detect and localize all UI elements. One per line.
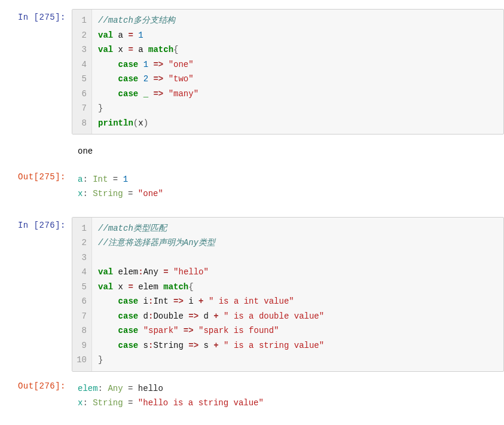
code-token [98,326,118,335]
code-token: elem [113,267,138,277]
code-token: println [98,118,133,128]
out-token: = [123,384,138,393]
code-token [98,60,118,69]
in-prompt: In [276]: [0,217,72,230]
code-token: = [128,30,133,40]
code-token: d [138,311,148,321]
code-token [138,60,143,69]
code-token: val [98,282,113,292]
code-token: " is a int value" [209,296,294,306]
out-token: String [93,189,123,198]
code-token: + [213,311,218,321]
code-token: + [198,296,203,306]
out-token: : [98,384,108,393]
code-token: s [203,341,213,350]
code-token: => [153,60,163,69]
code-token: " is a double value" [224,311,324,321]
code-token [219,341,224,350]
code-area[interactable]: 12345678 //match多分支结构 val a = 1 val x = … [72,9,504,134]
out-prompt: Out[276]: [0,378,72,391]
code-token: "spark is found" [198,326,279,335]
code-token [204,296,209,306]
code-token: 2 [143,74,148,84]
code-token: " is a string value" [224,341,324,350]
code-token: case [118,341,139,350]
output-cell-276: Out[276]: elem: Any = hello x: String = … [0,375,504,417]
code-token: { [173,45,178,54]
out-token: elem [78,384,98,393]
code-token: Double [153,311,183,321]
code-token [163,60,168,69]
code-token: a [113,30,128,40]
code-token: } [98,103,103,113]
code-token: : [138,267,143,277]
code-token [158,267,163,277]
code-token: ( [133,118,138,128]
code-token [138,89,143,99]
code-token [194,326,198,335]
line-gutter: 12345678 [72,10,92,134]
code-token: _ [143,89,148,99]
code-token: } [98,355,103,365]
code-token: x [113,282,128,292]
code-token: Any [143,267,158,277]
input-cell-275: In [275]: 12345678 //match多分支结构 val a = … [0,6,504,137]
out-token: = [123,189,138,198]
code-token [98,89,118,99]
code-token: val [98,267,113,277]
code-token: elem [133,282,163,292]
input-cell-276: In [276]: 12345678910 //match类型匹配 //注意将选… [0,214,504,375]
result-area: elem: Any = hello x: String = "hello is … [72,378,504,414]
code-token [98,311,118,321]
code-token: "spark" [143,326,179,335]
out-token: = [123,398,138,408]
out-token: = [108,175,123,184]
code-token: case [118,60,139,69]
code-token [184,311,188,321]
code-editor[interactable]: //match类型匹配 //注意将选择器声明为Any类型 val elem:An… [92,218,503,371]
code-token: "hello" [173,267,209,277]
code-token [133,30,138,40]
code-token: { [188,282,193,292]
in-prompt: In [275]: [0,9,72,22]
code-token: 1 [143,60,148,69]
code-token: //match类型匹配 [98,224,167,233]
code-token: ) [143,118,148,128]
code-token: "two" [169,74,194,84]
code-token: Int [153,296,168,306]
code-token: case [118,296,139,306]
code-token: //match多分支结构 [98,16,175,25]
code-area[interactable]: 12345678910 //match类型匹配 //注意将选择器声明为Any类型… [72,217,504,372]
code-token: = [128,282,133,292]
code-token [98,74,118,84]
code-token: => [153,89,163,99]
code-token: match [163,282,188,292]
line-gutter: 12345678910 [72,218,92,371]
code-token: a [133,45,148,54]
code-token: s [138,341,148,350]
out-token: "one" [138,189,163,198]
code-editor[interactable]: //match多分支结构 val a = 1 val x = a match{ … [92,10,503,134]
code-token: => [188,341,198,350]
code-token: => [188,311,198,321]
code-token: case [118,74,139,84]
code-token: => [184,326,194,335]
code-token [169,296,173,306]
code-token [169,267,173,277]
code-token [219,311,224,321]
code-token: "many" [169,89,198,99]
code-token [163,89,168,99]
code-token: val [98,30,113,40]
code-token: i [138,296,148,306]
code-token [178,326,183,335]
empty-prompt [0,140,72,144]
code-token: => [173,296,184,306]
out-token: 1 [123,175,128,184]
out-token: : [83,398,93,408]
code-token: i [188,296,198,306]
code-token [138,326,143,335]
code-token: x [113,45,128,54]
code-token: => [153,74,163,84]
code-token: //注意将选择器声明为Any类型 [98,238,215,247]
code-token [98,341,118,350]
